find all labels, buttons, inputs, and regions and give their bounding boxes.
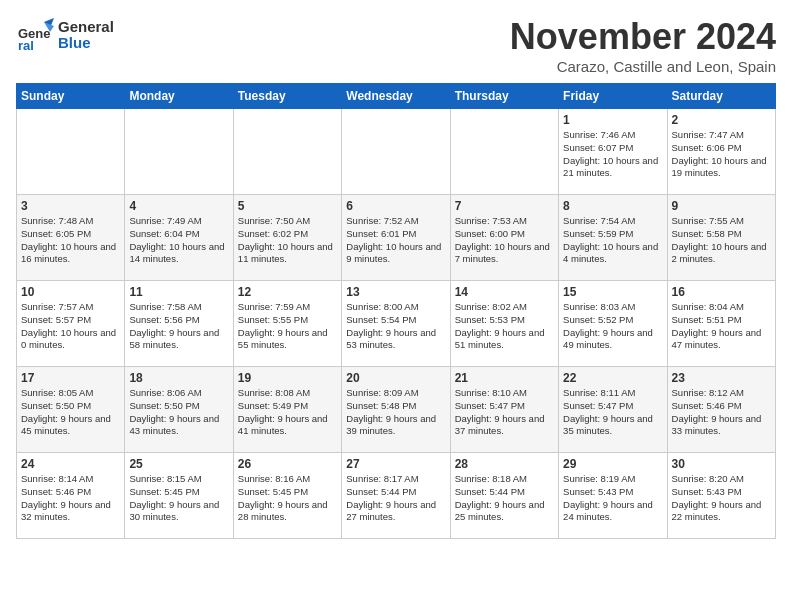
calendar-cell <box>342 109 450 195</box>
day-number: 19 <box>238 371 337 385</box>
weekday-header: Saturday <box>667 84 775 109</box>
day-content: Sunrise: 8:00 AM Sunset: 5:54 PM Dayligh… <box>346 301 445 352</box>
day-content: Sunrise: 8:15 AM Sunset: 5:45 PM Dayligh… <box>129 473 228 524</box>
day-content: Sunrise: 8:09 AM Sunset: 5:48 PM Dayligh… <box>346 387 445 438</box>
calendar-cell: 15Sunrise: 8:03 AM Sunset: 5:52 PM Dayli… <box>559 281 667 367</box>
day-content: Sunrise: 7:52 AM Sunset: 6:01 PM Dayligh… <box>346 215 445 266</box>
day-content: Sunrise: 7:49 AM Sunset: 6:04 PM Dayligh… <box>129 215 228 266</box>
weekday-header: Friday <box>559 84 667 109</box>
calendar-cell: 7Sunrise: 7:53 AM Sunset: 6:00 PM Daylig… <box>450 195 558 281</box>
day-content: Sunrise: 8:20 AM Sunset: 5:43 PM Dayligh… <box>672 473 771 524</box>
calendar-cell <box>450 109 558 195</box>
calendar-cell: 18Sunrise: 8:06 AM Sunset: 5:50 PM Dayli… <box>125 367 233 453</box>
day-content: Sunrise: 8:16 AM Sunset: 5:45 PM Dayligh… <box>238 473 337 524</box>
svg-text:ral: ral <box>18 38 34 53</box>
day-content: Sunrise: 7:55 AM Sunset: 5:58 PM Dayligh… <box>672 215 771 266</box>
day-content: Sunrise: 8:10 AM Sunset: 5:47 PM Dayligh… <box>455 387 554 438</box>
day-number: 10 <box>21 285 120 299</box>
day-content: Sunrise: 8:11 AM Sunset: 5:47 PM Dayligh… <box>563 387 662 438</box>
day-number: 4 <box>129 199 228 213</box>
calendar-cell: 17Sunrise: 8:05 AM Sunset: 5:50 PM Dayli… <box>17 367 125 453</box>
day-number: 24 <box>21 457 120 471</box>
logo-name-line2: Blue <box>58 35 114 52</box>
day-content: Sunrise: 8:18 AM Sunset: 5:44 PM Dayligh… <box>455 473 554 524</box>
day-content: Sunrise: 8:12 AM Sunset: 5:46 PM Dayligh… <box>672 387 771 438</box>
header: Gene ral General Blue November 2024 Cara… <box>16 16 776 75</box>
day-content: Sunrise: 8:03 AM Sunset: 5:52 PM Dayligh… <box>563 301 662 352</box>
day-number: 14 <box>455 285 554 299</box>
day-number: 13 <box>346 285 445 299</box>
calendar-cell: 4Sunrise: 7:49 AM Sunset: 6:04 PM Daylig… <box>125 195 233 281</box>
day-number: 15 <box>563 285 662 299</box>
calendar-cell: 10Sunrise: 7:57 AM Sunset: 5:57 PM Dayli… <box>17 281 125 367</box>
location-subtitle: Carazo, Castille and Leon, Spain <box>510 58 776 75</box>
calendar-week-row: 1Sunrise: 7:46 AM Sunset: 6:07 PM Daylig… <box>17 109 776 195</box>
calendar-cell: 14Sunrise: 8:02 AM Sunset: 5:53 PM Dayli… <box>450 281 558 367</box>
day-content: Sunrise: 7:53 AM Sunset: 6:00 PM Dayligh… <box>455 215 554 266</box>
day-number: 21 <box>455 371 554 385</box>
day-content: Sunrise: 8:19 AM Sunset: 5:43 PM Dayligh… <box>563 473 662 524</box>
day-number: 22 <box>563 371 662 385</box>
calendar-cell: 9Sunrise: 7:55 AM Sunset: 5:58 PM Daylig… <box>667 195 775 281</box>
day-number: 18 <box>129 371 228 385</box>
day-content: Sunrise: 8:14 AM Sunset: 5:46 PM Dayligh… <box>21 473 120 524</box>
day-content: Sunrise: 7:46 AM Sunset: 6:07 PM Dayligh… <box>563 129 662 180</box>
calendar-cell <box>125 109 233 195</box>
calendar-cell: 12Sunrise: 7:59 AM Sunset: 5:55 PM Dayli… <box>233 281 341 367</box>
day-content: Sunrise: 8:02 AM Sunset: 5:53 PM Dayligh… <box>455 301 554 352</box>
day-number: 12 <box>238 285 337 299</box>
day-number: 2 <box>672 113 771 127</box>
day-number: 6 <box>346 199 445 213</box>
day-content: Sunrise: 8:06 AM Sunset: 5:50 PM Dayligh… <box>129 387 228 438</box>
calendar-cell: 1Sunrise: 7:46 AM Sunset: 6:07 PM Daylig… <box>559 109 667 195</box>
day-number: 20 <box>346 371 445 385</box>
weekday-header: Wednesday <box>342 84 450 109</box>
calendar-body: 1Sunrise: 7:46 AM Sunset: 6:07 PM Daylig… <box>17 109 776 539</box>
day-number: 9 <box>672 199 771 213</box>
calendar-cell: 23Sunrise: 8:12 AM Sunset: 5:46 PM Dayli… <box>667 367 775 453</box>
calendar-table: SundayMondayTuesdayWednesdayThursdayFrid… <box>16 83 776 539</box>
day-number: 3 <box>21 199 120 213</box>
weekday-header: Monday <box>125 84 233 109</box>
day-number: 26 <box>238 457 337 471</box>
day-number: 1 <box>563 113 662 127</box>
calendar-cell: 3Sunrise: 7:48 AM Sunset: 6:05 PM Daylig… <box>17 195 125 281</box>
day-content: Sunrise: 8:17 AM Sunset: 5:44 PM Dayligh… <box>346 473 445 524</box>
title-area: November 2024 Carazo, Castille and Leon,… <box>510 16 776 75</box>
calendar-cell: 6Sunrise: 7:52 AM Sunset: 6:01 PM Daylig… <box>342 195 450 281</box>
calendar-week-row: 3Sunrise: 7:48 AM Sunset: 6:05 PM Daylig… <box>17 195 776 281</box>
calendar-cell: 2Sunrise: 7:47 AM Sunset: 6:06 PM Daylig… <box>667 109 775 195</box>
day-content: Sunrise: 7:48 AM Sunset: 6:05 PM Dayligh… <box>21 215 120 266</box>
calendar-cell: 28Sunrise: 8:18 AM Sunset: 5:44 PM Dayli… <box>450 453 558 539</box>
day-number: 8 <box>563 199 662 213</box>
calendar-header-row: SundayMondayTuesdayWednesdayThursdayFrid… <box>17 84 776 109</box>
calendar-cell: 30Sunrise: 8:20 AM Sunset: 5:43 PM Dayli… <box>667 453 775 539</box>
day-content: Sunrise: 7:57 AM Sunset: 5:57 PM Dayligh… <box>21 301 120 352</box>
calendar-cell <box>17 109 125 195</box>
calendar-cell: 29Sunrise: 8:19 AM Sunset: 5:43 PM Dayli… <box>559 453 667 539</box>
day-content: Sunrise: 8:04 AM Sunset: 5:51 PM Dayligh… <box>672 301 771 352</box>
calendar-cell: 24Sunrise: 8:14 AM Sunset: 5:46 PM Dayli… <box>17 453 125 539</box>
calendar-cell: 27Sunrise: 8:17 AM Sunset: 5:44 PM Dayli… <box>342 453 450 539</box>
calendar-cell: 20Sunrise: 8:09 AM Sunset: 5:48 PM Dayli… <box>342 367 450 453</box>
calendar-cell <box>233 109 341 195</box>
weekday-header: Tuesday <box>233 84 341 109</box>
calendar-week-row: 24Sunrise: 8:14 AM Sunset: 5:46 PM Dayli… <box>17 453 776 539</box>
day-content: Sunrise: 7:54 AM Sunset: 5:59 PM Dayligh… <box>563 215 662 266</box>
day-number: 27 <box>346 457 445 471</box>
calendar-cell: 5Sunrise: 7:50 AM Sunset: 6:02 PM Daylig… <box>233 195 341 281</box>
logo-name-line1: General <box>58 19 114 36</box>
calendar-cell: 22Sunrise: 8:11 AM Sunset: 5:47 PM Dayli… <box>559 367 667 453</box>
day-number: 16 <box>672 285 771 299</box>
logo-icon: Gene ral <box>16 16 54 54</box>
calendar-week-row: 17Sunrise: 8:05 AM Sunset: 5:50 PM Dayli… <box>17 367 776 453</box>
day-number: 17 <box>21 371 120 385</box>
day-content: Sunrise: 7:50 AM Sunset: 6:02 PM Dayligh… <box>238 215 337 266</box>
weekday-header: Thursday <box>450 84 558 109</box>
day-number: 25 <box>129 457 228 471</box>
calendar-cell: 8Sunrise: 7:54 AM Sunset: 5:59 PM Daylig… <box>559 195 667 281</box>
day-content: Sunrise: 7:47 AM Sunset: 6:06 PM Dayligh… <box>672 129 771 180</box>
month-title: November 2024 <box>510 16 776 58</box>
day-number: 23 <box>672 371 771 385</box>
logo: Gene ral General Blue <box>16 16 114 54</box>
